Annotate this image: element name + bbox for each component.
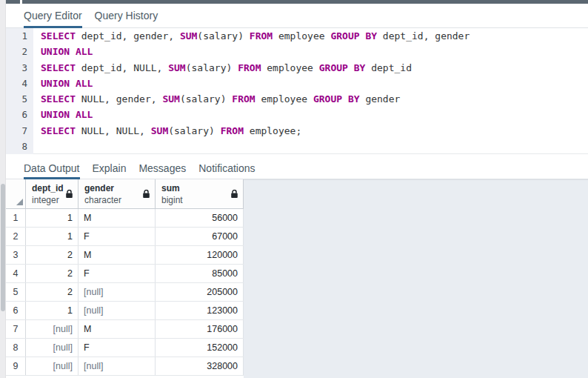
grid-cell-gender[interactable]: M [78, 320, 156, 338]
lock-icon [142, 189, 150, 199]
gutter-line-number: 6 [6, 107, 33, 122]
grid-cell-dept-id[interactable]: 1 [26, 302, 78, 319]
output-tab-bar: Data OutputExplainMessagesNotifications [6, 157, 588, 179]
grid-cell-dept-id[interactable]: [null] [26, 320, 78, 338]
column-header-sum[interactable]: sumbigint [156, 179, 244, 208]
grid-cell-gender[interactable]: F [78, 339, 156, 357]
sql-keyword: SUM [151, 125, 168, 136]
grid-cell-gender[interactable]: F [78, 265, 156, 282]
grid-cell-dept-id[interactable]: 2 [26, 265, 78, 282]
tab-explain[interactable]: Explain [93, 157, 127, 179]
sql-keyword: FROM [238, 62, 261, 73]
tab-data-output[interactable]: Data Output [24, 157, 80, 179]
column-header-gender[interactable]: gendercharacter [78, 179, 156, 208]
select-all-icon [16, 199, 23, 205]
grid-cell-gender[interactable]: [null] [78, 283, 156, 301]
code-line[interactable]: 4UNION ALL [6, 76, 588, 91]
sql-keyword: FROM [250, 30, 273, 42]
code-line[interactable]: 7SELECT NULL, NULL, SUM(salary) FROM emp… [6, 123, 588, 139]
left-scrollbar[interactable] [0, 0, 6, 378]
sql-keyword: GROUP [319, 62, 348, 73]
query-tool-main: Query EditorQuery History 1SELECT dept_i… [6, 0, 588, 378]
grid-cell-dept-id[interactable]: [null] [26, 339, 78, 357]
grid-cell-sum[interactable]: 56000 [156, 209, 244, 227]
row-number-cell[interactable]: 1 [6, 209, 26, 227]
grid-cell-gender[interactable]: M [78, 209, 156, 227]
grid-cell-dept-id[interactable]: [null] [26, 357, 78, 375]
grid-header-row: dept_idintegergendercharactersumbigint [6, 179, 244, 209]
tab-query-history[interactable]: Query History [95, 4, 158, 28]
sql-keyword: BY [365, 30, 377, 42]
sql-keyword: ALL [76, 46, 93, 57]
sql-keyword: ALL [76, 78, 93, 89]
grid-cell-gender[interactable]: M [78, 246, 156, 264]
sql-keyword: SELECT [41, 30, 76, 42]
sql-keyword: GROUP [330, 30, 359, 42]
table-row: 9[null][null]328000 [6, 357, 244, 376]
grid-cell-dept-id[interactable]: 2 [26, 246, 78, 264]
grid-cell-sum[interactable]: 120000 [156, 246, 244, 264]
code-line[interactable]: 8 [6, 139, 588, 154]
grid-cell-sum[interactable]: 123000 [156, 302, 244, 319]
grid-empty-area [244, 179, 588, 378]
code-line[interactable]: 3SELECT dept_id, NULL, SUM(salary) FROM … [6, 60, 588, 76]
code-text: SELECT dept_id, NULL, SUM(salary) FROM e… [33, 60, 412, 76]
table-row: 7[null]M176000 [6, 320, 244, 339]
grid-cell-sum[interactable]: 85000 [156, 265, 244, 282]
code-line[interactable]: 2UNION ALL [6, 44, 588, 59]
grid-cell-sum[interactable]: 67000 [156, 228, 244, 245]
grid-cell-sum[interactable]: 152000 [156, 339, 244, 357]
sql-editor[interactable]: 1SELECT dept_id, gender, SUM(salary) FRO… [6, 28, 588, 154]
code-line[interactable]: 5SELECT NULL, gender, SUM(salary) FROM e… [6, 91, 588, 107]
sql-keyword: SUM [168, 62, 185, 73]
grid-cell-sum[interactable]: 328000 [156, 357, 244, 375]
code-text [33, 139, 41, 154]
sql-keyword: BY [348, 93, 360, 105]
scrollbar-thumb[interactable] [1, 184, 5, 311]
select-all-corner[interactable] [6, 179, 26, 208]
grid-cell-dept-id[interactable]: 2 [26, 283, 78, 301]
code-text: UNION ALL [33, 44, 93, 59]
results-grid: dept_idintegergendercharactersumbigint 1… [6, 179, 244, 378]
grid-cell-gender[interactable]: [null] [78, 357, 156, 375]
tab-messages[interactable]: Messages [138, 157, 186, 179]
row-number-cell[interactable]: 2 [6, 228, 26, 245]
code-text: UNION ALL [33, 107, 93, 122]
row-number-cell[interactable]: 4 [6, 265, 26, 282]
column-type: character [84, 195, 140, 205]
row-number-cell[interactable]: 7 [6, 320, 26, 338]
gutter-line-number: 4 [6, 76, 33, 91]
grid-cell-dept-id[interactable]: 1 [26, 209, 78, 227]
column-name: sum [161, 183, 228, 193]
column-name: dept_id [32, 183, 63, 193]
code-text: SELECT NULL, NULL, SUM(salary) FROM empl… [33, 123, 301, 139]
code-line[interactable]: 6UNION ALL [6, 107, 588, 122]
sql-keyword: SELECT [41, 93, 76, 105]
row-number-cell[interactable]: 9 [6, 357, 26, 375]
grid-cell-sum[interactable]: 176000 [156, 320, 244, 338]
sql-keyword: FROM [221, 125, 244, 136]
grid-cell-sum[interactable]: 205000 [156, 283, 244, 301]
grid-cell-gender[interactable]: F [78, 228, 156, 245]
sql-keyword: SELECT [41, 62, 76, 73]
table-row: 52[null]205000 [6, 283, 244, 302]
tab-query-editor[interactable]: Query Editor [24, 4, 82, 28]
table-row: 32M120000 [6, 246, 244, 265]
row-number-cell[interactable]: 6 [6, 302, 26, 319]
grid-cell-dept-id[interactable]: 1 [26, 228, 78, 245]
sql-keyword: UNION [41, 46, 70, 57]
sql-keyword: ALL [76, 109, 93, 120]
code-line[interactable]: 1SELECT dept_id, gender, SUM(salary) FRO… [6, 28, 588, 44]
grid-cell-gender[interactable]: [null] [78, 302, 156, 319]
gutter-line-number: 2 [6, 44, 33, 59]
column-type: bigint [161, 195, 228, 205]
code-text: SELECT dept_id, gender, SUM(salary) FROM… [33, 28, 470, 44]
sql-keyword: FROM [232, 93, 255, 105]
sql-keyword: UNION [41, 109, 70, 120]
row-number-cell[interactable]: 8 [6, 339, 26, 357]
row-number-cell[interactable]: 3 [6, 246, 26, 264]
row-number-cell[interactable]: 5 [6, 283, 26, 301]
tab-notifications[interactable]: Notifications [198, 157, 255, 179]
sql-keyword: UNION [41, 78, 70, 89]
column-header-dept-id[interactable]: dept_idinteger [26, 179, 78, 208]
